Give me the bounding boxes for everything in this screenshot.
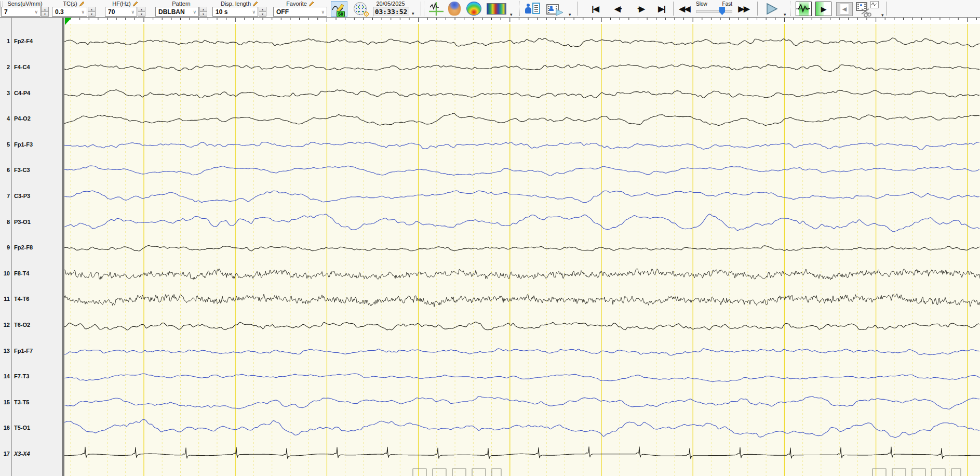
separator	[757, 2, 758, 16]
spin-down-button[interactable]: ▼	[88, 11, 96, 17]
edit-pencil-icon[interactable]	[132, 1, 138, 7]
edit-pencil-icon[interactable]	[252, 1, 258, 7]
separator	[424, 2, 424, 16]
channel-label[interactable]: T6-O2	[14, 322, 30, 328]
head-map-3d-button[interactable]	[447, 1, 462, 16]
channel-label[interactable]: T5-O1	[14, 425, 30, 431]
speed-slider-track[interactable]	[696, 10, 732, 13]
step-forward-button[interactable]: •▶	[630, 1, 651, 16]
channel-label[interactable]: F3-C3	[14, 167, 30, 173]
disp_length-spinner: ▲▼	[259, 7, 266, 16]
speed-slider-thumb[interactable]	[719, 7, 725, 15]
prev-segment-button[interactable]: ◀	[836, 2, 853, 16]
channel-number: 15	[0, 399, 10, 405]
go-last-button[interactable]: ▶|	[652, 1, 671, 16]
spin-down-button[interactable]: ▼	[41, 11, 49, 17]
channel-row: 3C4-P4	[0, 90, 62, 98]
channel-label[interactable]: F7-T3	[14, 373, 29, 379]
spin-down-button[interactable]: ▼	[199, 11, 207, 17]
channel-label[interactable]: P4-O2	[14, 115, 31, 122]
hf-group: HF(Hz)70∨▲▼	[105, 0, 145, 17]
edit-pencil-icon[interactable]	[308, 1, 314, 7]
speed-slider: Slow Fast	[695, 0, 733, 17]
channel-number: 5	[0, 141, 10, 148]
edit-pencil-icon[interactable]	[79, 1, 85, 7]
channel-row: 7C3-P3	[0, 193, 62, 201]
sens-spinner: ▲▼	[41, 7, 48, 16]
channel-row: 1Fp2-F4	[0, 38, 62, 46]
patient-info-icon	[524, 2, 541, 16]
channel-row: 11T4-T6	[0, 296, 62, 304]
eeg-trace-area[interactable]	[64, 17, 980, 476]
channel-label[interactable]: C3-P3	[14, 193, 30, 199]
channel-label[interactable]: Fp1-F7	[14, 348, 33, 354]
cursor-wave-icon	[428, 2, 444, 16]
clip-menu-arrow-icon[interactable]: ▾	[881, 13, 884, 18]
channel-row: 9Fp2-F8	[0, 244, 62, 253]
green-play-icon: ▶	[821, 6, 826, 12]
sens-group: Sens(uV/mm)7∨▲▼	[1, 0, 49, 17]
chevron-down-icon: ∨	[34, 9, 40, 15]
patient-info-button[interactable]	[523, 1, 541, 16]
play-icon	[765, 3, 778, 15]
play-menu-arrow-icon[interactable]: ▾	[784, 12, 786, 17]
favorite-select[interactable]: OFF∨	[273, 7, 327, 17]
rewind-button[interactable]: ◀◀	[675, 1, 694, 16]
play-button[interactable]	[761, 1, 782, 16]
notch-50hz-badge: 50	[337, 11, 345, 17]
channel-number: 13	[0, 348, 10, 354]
topo-map-button[interactable]	[465, 1, 482, 16]
channel-label[interactable]: F4-C4	[14, 64, 30, 70]
spin-down-button[interactable]: ▼	[259, 11, 266, 17]
montage-settings-button[interactable]: ⚙	[351, 1, 369, 16]
dsa-trend-button[interactable]	[486, 1, 507, 16]
sens-select[interactable]: 7∨	[1, 7, 41, 17]
channel-label[interactable]: Fp2-F8	[14, 244, 33, 250]
channel-panel: 1Fp2-F42F4-C43C4-P44P4-O25Fp1-F36F3-C37C…	[0, 17, 62, 476]
notch-filter-button[interactable]: 50	[331, 1, 347, 17]
channel-label[interactable]: X3-X4	[14, 451, 30, 457]
channel-label[interactable]: T3-T5	[14, 399, 29, 405]
spin-down-button[interactable]: ▼	[138, 11, 145, 17]
review-play-button[interactable]: ▶	[815, 2, 831, 16]
slow-label: Slow	[696, 1, 707, 7]
disp_length-group: Disp. length10 s∨▲▼	[212, 0, 266, 17]
channel-label[interactable]: P3-O1	[14, 219, 31, 225]
go-first-button[interactable]: |◀	[586, 1, 605, 16]
video-button[interactable]	[544, 1, 566, 16]
pattern-group: PatternDBLBAN∨▲▼	[155, 0, 207, 17]
review-signal-button[interactable]	[796, 2, 812, 16]
channel-number: 14	[0, 373, 10, 379]
channel-label[interactable]: Fp2-F4	[14, 38, 33, 44]
channel-number: 3	[0, 90, 10, 96]
channel-number: 7	[0, 193, 10, 199]
time-display: 03:33:52	[373, 7, 409, 17]
channel-row: 12T6-O2	[0, 322, 62, 330]
channel-label[interactable]: F8-T4	[14, 270, 29, 276]
hf-select[interactable]: 70∨	[105, 7, 137, 17]
tc-select[interactable]: 0.3∨	[52, 7, 87, 17]
channel-row: 4P4-O2	[0, 115, 62, 124]
tc-spinner: ▲▼	[88, 7, 95, 16]
chevron-down-icon: ∨	[81, 9, 87, 15]
topo-map-icon	[466, 2, 481, 16]
dsa-menu-arrow-icon[interactable]: ▾	[510, 12, 513, 17]
channel-row: 13Fp1-F7	[0, 348, 62, 356]
fast-forward-button[interactable]: ▶▶	[734, 1, 753, 16]
separator	[578, 2, 578, 16]
trend-cursor-button[interactable]	[428, 1, 445, 16]
channel-label[interactable]: Fp1-F3	[14, 141, 33, 148]
chevron-down-icon: ∨	[252, 9, 258, 15]
favorite-group: FavoriteOFF∨	[273, 0, 327, 17]
video-menu-arrow-icon[interactable]: ▾	[569, 12, 571, 17]
channel-label[interactable]: T4-T6	[14, 296, 29, 302]
channel-row: 15T3-T5	[0, 399, 62, 407]
disp_length-select[interactable]: 10 s∨	[212, 7, 258, 17]
channel-label[interactable]: C4-P4	[14, 90, 30, 96]
clip-export-button[interactable]	[855, 1, 880, 16]
step-back-button[interactable]: ◀•	[608, 1, 628, 16]
channel-row: 6F3-C3	[0, 167, 62, 175]
chevron-down-icon: ∨	[193, 9, 198, 15]
pattern-select[interactable]: DBLBAN∨	[155, 7, 199, 17]
time-menu-arrow-icon[interactable]: ▾	[412, 11, 414, 16]
